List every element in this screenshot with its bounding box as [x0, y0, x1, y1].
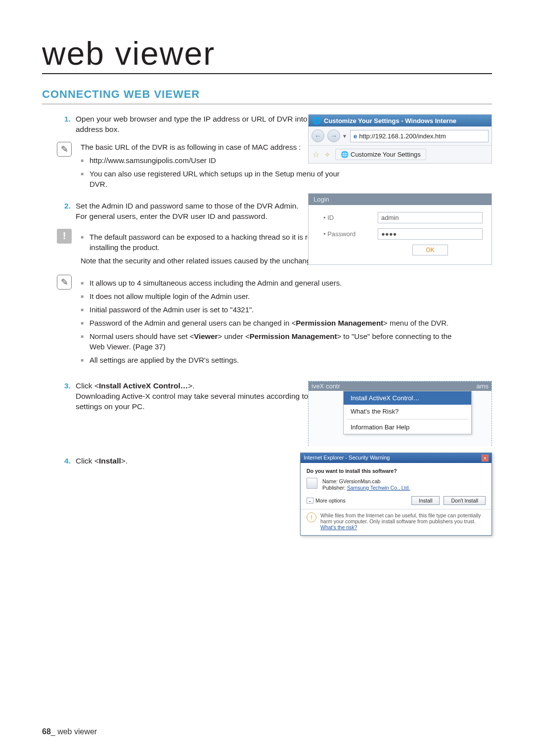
page-footer: 68_ web viewer [42, 727, 97, 736]
security-warning-dialog: Internet Explorer - Security Warning × D… [300, 453, 492, 536]
bullet-icon: ■ [81, 170, 87, 189]
url-text: http://192.168.1.200/index.htm [359, 132, 446, 140]
chevron-icon: ⌄ [307, 498, 313, 504]
bullet-text: It does not allow multiple login of the … [89, 291, 250, 301]
password-label: Password [323, 230, 378, 238]
tab-label: Customize Your Settings [351, 151, 421, 158]
publisher-link[interactable]: Samsung Techwin Co., Ltd. [347, 485, 410, 491]
note-icon: ✎ [57, 142, 72, 157]
dialog-question: Do you want to install this software? [307, 468, 486, 474]
ok-button[interactable]: OK [412, 245, 447, 255]
step2-line2: For general users, enter the DVR user ID… [76, 212, 267, 220]
step-number: 4. [57, 456, 71, 466]
add-favorites-icon[interactable]: ✧ [324, 151, 330, 159]
whats-the-risk-link[interactable]: What's the risk? [320, 524, 357, 530]
bullet-icon: ■ [81, 333, 87, 352]
bullet-icon: ■ [81, 157, 87, 166]
warning-icon: ! [57, 229, 72, 244]
menu-divider [347, 419, 468, 420]
close-button[interactable]: × [482, 455, 489, 462]
bullet-icon: ■ [81, 293, 87, 301]
browser-nav: ← → ▼ e http://192.168.1.200/index.htm [309, 126, 491, 146]
login-panel: Login ID admin Password ●●●● OK [308, 193, 492, 265]
bullet-icon: ■ [81, 306, 87, 315]
settings-icon: 🌐 [341, 151, 349, 158]
file-name-row: Name: GVersionMan.cab [322, 478, 410, 484]
bullet-icon: ■ [81, 320, 87, 328]
bullet-text: Password of the Admin and general users … [89, 318, 448, 328]
browser-favorites-bar: ☆ ✧ 🌐 Customize Your Settings [309, 146, 491, 163]
page-icon: e [354, 132, 357, 140]
file-icon [307, 478, 317, 489]
install-button[interactable]: Install [411, 496, 440, 505]
bullet-text: It allows up to 4 simultaneous access in… [89, 278, 342, 288]
browser-tab[interactable]: 🌐 Customize Your Settings [335, 149, 426, 160]
info-bar-help-item[interactable]: Information Bar Help [344, 420, 471, 434]
id-input[interactable]: admin [378, 212, 483, 223]
bar-text-left: iveX contr [312, 382, 340, 390]
step-number: 1. [57, 114, 71, 135]
note-capabilities: ✎ ■It allows up to 4 simultaneous access… [57, 275, 492, 368]
bar-text-right: ams [476, 382, 489, 390]
bullet-text: Normal users should have set <Viewer> un… [89, 331, 466, 352]
page-number: 68 [42, 727, 51, 736]
section-title: CONNECTING WEB VIEWER [42, 88, 492, 104]
address-bar[interactable]: e http://192.168.1.200/index.htm [350, 130, 489, 142]
note-text: The basic URL of the DVR is as following… [81, 143, 301, 151]
activex-bar: iveX contr ams [309, 381, 491, 391]
whats-the-risk-item[interactable]: What's the Risk? [344, 405, 471, 418]
dialog-title: Internet Explorer - Security Warning [304, 455, 390, 462]
footer-separator: _ [51, 727, 57, 736]
bullet-text: All settings are applied by the DVR's se… [89, 355, 239, 365]
step-number: 3. [57, 381, 71, 412]
footer-label: web viewer [57, 727, 97, 736]
bullet-text: Initial password of the Admin user is se… [89, 304, 254, 315]
page-title: web viewer [42, 35, 492, 74]
id-label: ID [323, 214, 378, 221]
activex-info-bar: iveX contr ams Install ActiveX Control… … [308, 381, 492, 446]
back-button[interactable]: ← [312, 129, 324, 142]
login-title: Login [309, 194, 491, 205]
more-options[interactable]: ⌄ More options [307, 498, 346, 504]
publisher-row: Publisher: Samsung Techwin Co., Ltd. [322, 485, 410, 491]
note-icon: ✎ [57, 275, 72, 290]
password-input[interactable]: ●●●● [378, 228, 483, 240]
content-area: 🌐 Customize Your Settings - Windows Inte… [42, 114, 492, 466]
ie-icon: 🌐 [312, 117, 321, 125]
dont-install-button[interactable]: Don't Install [444, 496, 486, 505]
browser-titlebar: 🌐 Customize Your Settings - Windows Inte… [309, 115, 491, 126]
browser-window: 🌐 Customize Your Settings - Windows Inte… [308, 114, 492, 164]
favorites-star-icon[interactable]: ☆ [312, 150, 319, 159]
bullet-icon: ■ [81, 357, 87, 365]
dialog-warning-text: ! While files from the Internet can be u… [307, 512, 486, 530]
dialog-divider [301, 509, 491, 509]
install-activex-item[interactable]: Install ActiveX Control… [344, 391, 471, 405]
bullet-text: http://www.samsungipolis.com/User ID [89, 155, 216, 166]
bullet-text: You can also use registered URL which se… [89, 168, 357, 189]
note-body: ■It allows up to 4 simultaneous access i… [81, 275, 466, 368]
activex-context-menu: Install ActiveX Control… What's the Risk… [343, 391, 472, 434]
step2-line1: Set the Admin ID and password same to th… [76, 202, 299, 210]
step-number: 2. [57, 201, 71, 222]
forward-button[interactable]: → [327, 129, 340, 142]
bullet-icon: ■ [81, 234, 87, 252]
browser-title: Customize Your Settings - Windows Intern… [324, 117, 456, 125]
bullet-icon: ■ [81, 280, 87, 288]
dialog-titlebar: Internet Explorer - Security Warning × [301, 453, 491, 463]
nav-history-dropdown[interactable]: ▼ [342, 133, 347, 139]
shield-warning-icon: ! [307, 512, 316, 522]
